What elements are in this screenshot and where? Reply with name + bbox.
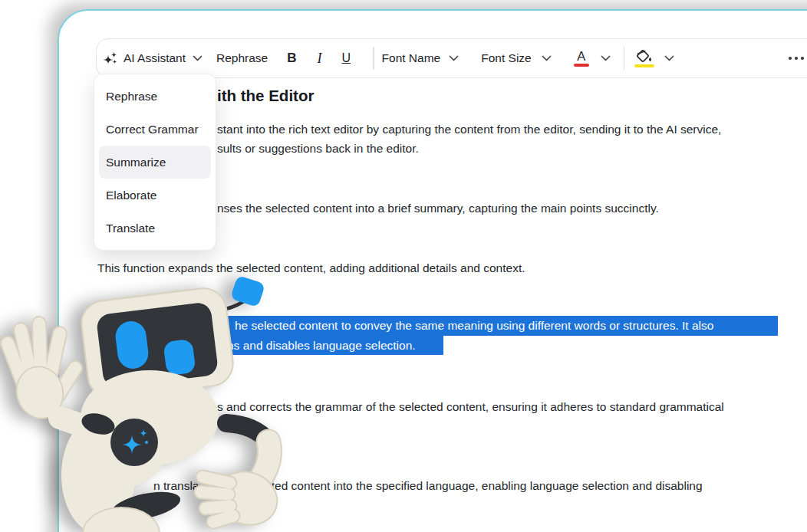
menu-item-rephrase[interactable]: Rephrase	[99, 80, 211, 113]
selected-text-line: he selected content to convey the same m…	[235, 316, 713, 336]
more-options-button ellipsis-icon[interactable]	[788, 56, 806, 61]
screenshot-stage: AI Assistant Rephrase B I U Font Name Fo…	[0, 0, 807, 532]
chevron-down-icon	[193, 55, 203, 61]
paint-bucket-icon	[634, 49, 654, 63]
editor-text-line: s and corrects the grammar of the select…	[217, 397, 724, 416]
editor-text-line: nses the selected content into a brief s…	[217, 199, 659, 218]
menu-item-correct-grammar[interactable]: Correct Grammar	[99, 113, 211, 146]
editor-text-line: stant into the rich text editor by captu…	[217, 120, 721, 139]
menu-item-elaborate[interactable]: Elaborate	[99, 179, 211, 212]
rephrase-action-button[interactable]: Rephrase	[216, 51, 268, 65]
ai-assistant-button[interactable]: AI Assistant	[103, 51, 203, 66]
ai-assistant-label: AI Assistant	[124, 51, 186, 65]
robot-eye-right	[163, 339, 196, 376]
editor-text-line: sults or suggestions back in the editor.	[217, 139, 419, 158]
highlight-color-button[interactable]	[634, 49, 654, 67]
robot-chest-sparkle	[110, 419, 158, 466]
ai-assistant-menu: Rephrase Correct Grammar Summarize Elabo…	[94, 74, 216, 251]
menu-item-summarize[interactable]: Summarize	[99, 146, 211, 179]
font-name-dropdown[interactable]: Font Name	[382, 51, 441, 65]
document-heading: ith the Editor	[217, 87, 314, 105]
bold-button[interactable]: B	[287, 51, 296, 66]
chevron-down-icon[interactable]	[664, 55, 674, 61]
text-color-label: A	[577, 50, 585, 62]
editor-text-line: he selected content into the specified l…	[227, 476, 703, 495]
text-color-button[interactable]: A	[574, 50, 589, 67]
italic-button[interactable]: I	[317, 51, 321, 67]
editor-toolbar: AI Assistant Rephrase B I U Font Name Fo…	[96, 38, 807, 78]
highlight-color-swatch	[634, 64, 654, 67]
toolbar-divider	[373, 47, 374, 70]
chevron-down-icon[interactable]	[601, 55, 611, 61]
sparkles-icon	[103, 51, 118, 66]
ai-robot-mascot	[0, 268, 292, 532]
font-size-dropdown[interactable]: Font Size	[481, 51, 531, 65]
underline-button[interactable]: U	[341, 51, 351, 65]
menu-item-translate[interactable]: Translate	[99, 212, 211, 245]
robot-right-hand	[201, 423, 285, 532]
toolbar-divider	[624, 47, 625, 70]
chevron-down-icon[interactable]	[449, 55, 459, 61]
chevron-down-icon[interactable]	[542, 55, 552, 61]
text-color-swatch	[574, 64, 589, 67]
